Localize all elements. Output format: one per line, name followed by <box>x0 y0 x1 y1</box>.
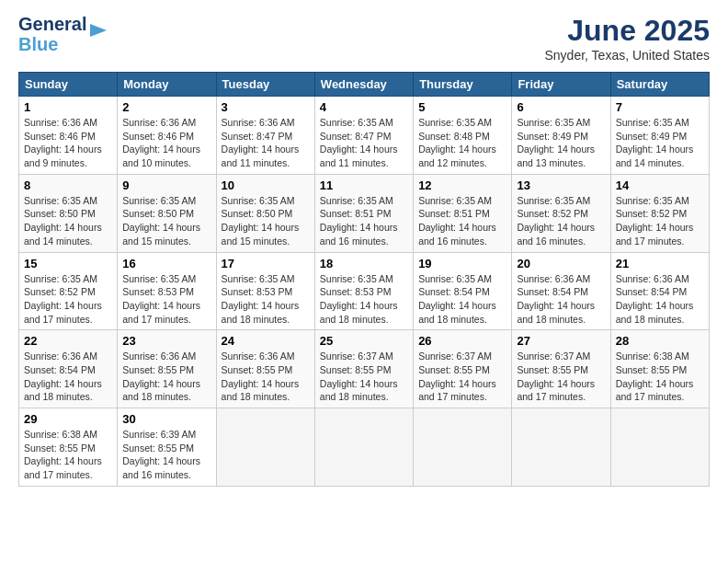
table-row: 4Sunrise: 6:35 AMSunset: 8:47 PMDaylight… <box>314 97 413 175</box>
logo-text: GeneralBlue <box>18 14 86 54</box>
table-row: 15Sunrise: 6:35 AMSunset: 8:52 PMDayligh… <box>19 252 118 330</box>
day-number: 21 <box>616 257 704 270</box>
day-number: 16 <box>122 257 210 270</box>
day-info: Sunrise: 6:35 AMSunset: 8:50 PMDaylight:… <box>222 194 310 248</box>
day-info: Sunrise: 6:37 AMSunset: 8:55 PMDaylight:… <box>517 350 605 404</box>
col-sunday: Sunday <box>19 73 118 97</box>
day-info: Sunrise: 6:35 AMSunset: 8:51 PMDaylight:… <box>320 194 408 248</box>
calendar-week-row: 15Sunrise: 6:35 AMSunset: 8:52 PMDayligh… <box>19 252 710 330</box>
col-tuesday: Tuesday <box>216 73 314 97</box>
logo-blue: Blue <box>18 34 58 54</box>
col-wednesday: Wednesday <box>314 73 413 97</box>
table-row: 30Sunrise: 6:39 AMSunset: 8:55 PMDayligh… <box>118 408 216 487</box>
day-info: Sunrise: 6:35 AMSunset: 8:52 PMDaylight:… <box>24 272 112 327</box>
table-row: 14Sunrise: 6:35 AMSunset: 8:52 PMDayligh… <box>610 174 709 252</box>
day-info: Sunrise: 6:35 AMSunset: 8:50 PMDaylight:… <box>24 194 112 248</box>
table-row: 12Sunrise: 6:35 AMSunset: 8:51 PMDayligh… <box>414 174 512 252</box>
table-row: 5Sunrise: 6:35 AMSunset: 8:48 PMDaylight… <box>414 97 512 175</box>
day-info: Sunrise: 6:38 AMSunset: 8:55 PMDaylight:… <box>24 428 112 482</box>
day-info: Sunrise: 6:35 AMSunset: 8:49 PMDaylight:… <box>616 116 704 170</box>
day-info: Sunrise: 6:35 AMSunset: 8:49 PMDaylight:… <box>517 116 605 170</box>
day-info: Sunrise: 6:35 AMSunset: 8:54 PMDaylight:… <box>418 272 506 327</box>
svg-marker-0 <box>90 24 107 37</box>
day-info: Sunrise: 6:38 AMSunset: 8:55 PMDaylight:… <box>616 350 704 404</box>
day-number: 6 <box>517 100 605 114</box>
day-number: 24 <box>222 334 310 348</box>
day-info: Sunrise: 6:35 AMSunset: 8:47 PMDaylight:… <box>320 116 408 170</box>
col-saturday: Saturday <box>610 73 709 97</box>
table-row: 2Sunrise: 6:36 AMSunset: 8:46 PMDaylight… <box>118 97 216 175</box>
day-number: 10 <box>222 178 310 192</box>
day-info: Sunrise: 6:35 AMSunset: 8:51 PMDaylight:… <box>418 194 506 248</box>
day-number: 14 <box>616 178 704 192</box>
day-number: 11 <box>320 178 408 192</box>
day-number: 15 <box>24 257 112 270</box>
day-info: Sunrise: 6:36 AMSunset: 8:46 PMDaylight:… <box>122 116 210 170</box>
day-info: Sunrise: 6:37 AMSunset: 8:55 PMDaylight:… <box>320 350 408 404</box>
location: Snyder, Texas, United States <box>544 48 710 63</box>
day-number: 17 <box>222 257 310 270</box>
day-info: Sunrise: 6:35 AMSunset: 8:52 PMDaylight:… <box>616 194 704 248</box>
day-number: 7 <box>616 100 704 114</box>
table-row: 3Sunrise: 6:36 AMSunset: 8:47 PMDaylight… <box>216 97 314 175</box>
table-row: 25Sunrise: 6:37 AMSunset: 8:55 PMDayligh… <box>314 330 413 408</box>
table-row: 1Sunrise: 6:36 AMSunset: 8:46 PMDaylight… <box>19 97 118 175</box>
col-thursday: Thursday <box>414 73 512 97</box>
calendar-week-row: 29Sunrise: 6:38 AMSunset: 8:55 PMDayligh… <box>19 408 710 487</box>
table-row: 20Sunrise: 6:36 AMSunset: 8:54 PMDayligh… <box>512 252 610 330</box>
table-row: 6Sunrise: 6:35 AMSunset: 8:49 PMDaylight… <box>512 97 610 175</box>
table-row: 24Sunrise: 6:36 AMSunset: 8:55 PMDayligh… <box>216 330 314 408</box>
col-friday: Friday <box>512 73 610 97</box>
table-row: 8Sunrise: 6:35 AMSunset: 8:50 PMDaylight… <box>19 174 118 252</box>
month-title: June 2025 <box>544 14 710 48</box>
day-info: Sunrise: 6:39 AMSunset: 8:55 PMDaylight:… <box>122 428 210 482</box>
day-number: 26 <box>418 334 506 348</box>
day-number: 29 <box>24 412 112 426</box>
table-row: 13Sunrise: 6:35 AMSunset: 8:52 PMDayligh… <box>512 174 610 252</box>
day-number: 19 <box>418 257 506 270</box>
calendar-header-row: Sunday Monday Tuesday Wednesday Thursday… <box>19 73 710 97</box>
table-row: 7Sunrise: 6:35 AMSunset: 8:49 PMDaylight… <box>610 97 709 175</box>
day-number: 20 <box>517 257 605 270</box>
title-block: June 2025 Snyder, Texas, United States <box>544 14 710 63</box>
table-row: 27Sunrise: 6:37 AMSunset: 8:55 PMDayligh… <box>512 330 610 408</box>
table-row: 16Sunrise: 6:35 AMSunset: 8:53 PMDayligh… <box>118 252 216 330</box>
table-row <box>414 408 512 487</box>
day-info: Sunrise: 6:36 AMSunset: 8:55 PMDaylight:… <box>122 350 210 404</box>
day-number: 23 <box>122 334 210 348</box>
logo: GeneralBlue <box>18 14 108 54</box>
table-row: 23Sunrise: 6:36 AMSunset: 8:55 PMDayligh… <box>118 330 216 408</box>
table-row <box>216 408 314 487</box>
day-number: 12 <box>418 178 506 192</box>
day-number: 1 <box>24 100 112 114</box>
page-container: GeneralBlue June 2025 Snyder, Texas, Uni… <box>0 0 728 496</box>
day-info: Sunrise: 6:36 AMSunset: 8:54 PMDaylight:… <box>616 272 704 327</box>
day-number: 3 <box>222 100 310 114</box>
day-info: Sunrise: 6:37 AMSunset: 8:55 PMDaylight:… <box>418 350 506 404</box>
day-info: Sunrise: 6:36 AMSunset: 8:54 PMDaylight:… <box>517 272 605 327</box>
calendar-week-row: 8Sunrise: 6:35 AMSunset: 8:50 PMDaylight… <box>19 174 710 252</box>
day-info: Sunrise: 6:36 AMSunset: 8:46 PMDaylight:… <box>24 116 112 170</box>
day-number: 2 <box>122 100 210 114</box>
table-row: 9Sunrise: 6:35 AMSunset: 8:50 PMDaylight… <box>118 174 216 252</box>
day-info: Sunrise: 6:35 AMSunset: 8:50 PMDaylight:… <box>122 194 210 248</box>
day-number: 25 <box>320 334 408 348</box>
table-row: 26Sunrise: 6:37 AMSunset: 8:55 PMDayligh… <box>414 330 512 408</box>
logo-arrow-icon <box>88 20 108 40</box>
table-row: 19Sunrise: 6:35 AMSunset: 8:54 PMDayligh… <box>414 252 512 330</box>
table-row: 11Sunrise: 6:35 AMSunset: 8:51 PMDayligh… <box>314 174 413 252</box>
day-info: Sunrise: 6:35 AMSunset: 8:52 PMDaylight:… <box>517 194 605 248</box>
table-row: 28Sunrise: 6:38 AMSunset: 8:55 PMDayligh… <box>610 330 709 408</box>
day-info: Sunrise: 6:35 AMSunset: 8:53 PMDaylight:… <box>320 272 408 327</box>
table-row: 21Sunrise: 6:36 AMSunset: 8:54 PMDayligh… <box>610 252 709 330</box>
day-info: Sunrise: 6:35 AMSunset: 8:48 PMDaylight:… <box>418 116 506 170</box>
table-row: 17Sunrise: 6:35 AMSunset: 8:53 PMDayligh… <box>216 252 314 330</box>
day-number: 18 <box>320 257 408 270</box>
day-info: Sunrise: 6:35 AMSunset: 8:53 PMDaylight:… <box>122 272 210 327</box>
day-info: Sunrise: 6:35 AMSunset: 8:53 PMDaylight:… <box>222 272 310 327</box>
col-monday: Monday <box>118 73 216 97</box>
calendar-week-row: 1Sunrise: 6:36 AMSunset: 8:46 PMDaylight… <box>19 97 710 175</box>
day-number: 28 <box>616 334 704 348</box>
page-header: GeneralBlue June 2025 Snyder, Texas, Uni… <box>18 14 710 63</box>
calendar-week-row: 22Sunrise: 6:36 AMSunset: 8:54 PMDayligh… <box>19 330 710 408</box>
